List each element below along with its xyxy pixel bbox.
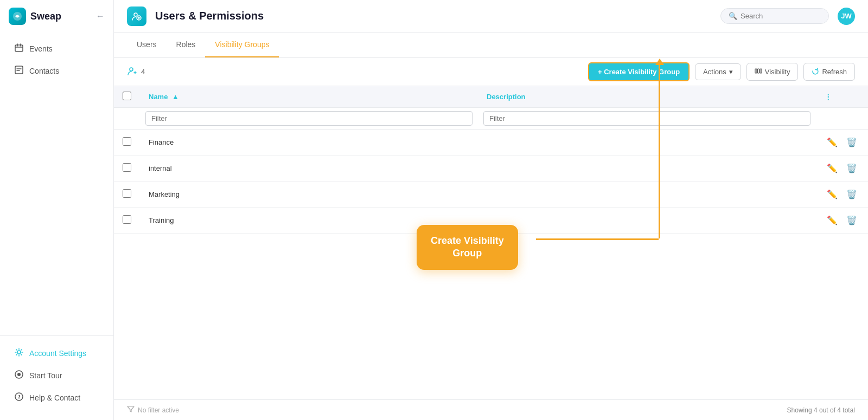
row-name: Training — [140, 208, 478, 234]
sidebar-collapse-button[interactable]: ← — [96, 11, 105, 21]
count-badge: 4 — [127, 66, 145, 79]
tab-roles[interactable]: Roles — [167, 33, 206, 57]
chevron-down-icon: ▾ — [729, 68, 733, 76]
columns-icon — [755, 67, 762, 76]
refresh-icon — [812, 67, 819, 76]
svg-point-3 — [17, 351, 21, 354]
page-icon — [127, 7, 146, 26]
data-table: Name ▲ Description ⋮ — [114, 86, 868, 399]
row-actions: ✏️ 🗑️ — [825, 188, 859, 201]
sidebar-item-events[interactable]: Events — [4, 38, 109, 59]
svg-rect-10 — [755, 69, 757, 73]
delete-button[interactable]: 🗑️ — [844, 136, 859, 148]
count-icon — [127, 66, 138, 79]
row-checkbox[interactable] — [123, 163, 131, 172]
sidebar: Sweap ← Events Contacts Account Settings — [0, 0, 114, 420]
row-actions: ✏️ 🗑️ — [825, 136, 859, 148]
description-column-header[interactable]: Description — [478, 86, 816, 108]
svg-point-7 — [134, 13, 137, 16]
sort-icon: ▲ — [172, 93, 179, 101]
row-description — [478, 208, 816, 234]
create-visibility-group-button[interactable]: + Create Visibility Group — [588, 62, 690, 81]
start-tour-label: Start Tour — [29, 371, 62, 380]
svg-point-5 — [17, 373, 21, 376]
table-row: internal ✏️ 🗑️ — [114, 156, 868, 182]
tab-visibility-groups[interactable]: Visibility Groups — [205, 33, 279, 57]
svg-rect-2 — [15, 66, 23, 74]
delete-button[interactable]: 🗑️ — [844, 188, 859, 201]
row-actions: ✏️ 🗑️ — [825, 214, 859, 227]
record-count: 4 — [141, 68, 145, 76]
svg-point-9 — [130, 68, 133, 71]
actions-button[interactable]: Actions ▾ — [695, 63, 741, 80]
row-name: internal — [140, 156, 478, 182]
showing-count: Showing 4 out of 4 total — [787, 406, 855, 414]
sidebar-item-label: Contacts — [29, 67, 59, 75]
row-name: Marketing — [140, 182, 478, 208]
table-row: Marketing ✏️ 🗑️ — [114, 182, 868, 208]
sidebar-item-label: Events — [29, 44, 53, 53]
delete-button[interactable]: 🗑️ — [844, 162, 859, 175]
sidebar-item-account-settings[interactable]: Account Settings — [4, 343, 109, 364]
filter-row — [114, 108, 868, 130]
page-title: Users & Permissions — [155, 10, 264, 22]
tab-users[interactable]: Users — [127, 33, 167, 57]
edit-button[interactable]: ✏️ — [825, 214, 840, 227]
search-icon: 🔍 — [729, 12, 737, 20]
actions-column-header: ⋮ — [816, 86, 868, 108]
events-icon — [14, 43, 24, 54]
select-all-checkbox[interactable] — [123, 92, 131, 100]
tabs-bar: Users Roles Visibility Groups — [114, 33, 868, 58]
svg-rect-11 — [757, 69, 759, 73]
topbar: Users & Permissions 🔍 JW — [114, 0, 868, 33]
row-description — [478, 130, 816, 156]
svg-rect-1 — [15, 45, 23, 51]
main-content: Users & Permissions 🔍 JW Users Roles Vis… — [114, 0, 868, 420]
row-checkbox[interactable] — [123, 215, 131, 224]
edit-button[interactable]: ✏️ — [825, 162, 840, 175]
no-filter-indicator: No filter active — [127, 405, 179, 415]
name-filter-input[interactable] — [145, 111, 473, 126]
row-checkbox[interactable] — [123, 189, 131, 198]
row-description — [478, 182, 816, 208]
search-input[interactable] — [741, 12, 821, 20]
settings-icon — [14, 348, 24, 358]
edit-button[interactable]: ✏️ — [825, 188, 840, 201]
table-footer: No filter active Showing 4 out of 4 tota… — [114, 399, 868, 420]
row-actions: ✏️ 🗑️ — [825, 162, 859, 175]
content-area: 4 + Create Visibility Group Actions ▾ Vi… — [114, 58, 868, 420]
svg-rect-12 — [760, 69, 762, 73]
sidebar-nav: Events Contacts — [0, 33, 113, 335]
visibility-button[interactable]: Visibility — [746, 63, 799, 81]
name-column-header[interactable]: Name ▲ — [140, 86, 478, 108]
logo-icon — [9, 8, 26, 25]
row-description — [478, 156, 816, 182]
contacts-icon — [14, 66, 24, 76]
row-checkbox[interactable] — [123, 137, 131, 146]
help-contact-label: Help & Contact — [29, 393, 80, 402]
user-avatar: JW — [838, 8, 855, 25]
start-tour-icon — [14, 370, 24, 380]
search-box[interactable]: 🔍 — [720, 8, 829, 24]
account-settings-label: Account Settings — [29, 349, 86, 358]
column-settings-icon[interactable]: ⋮ — [825, 93, 832, 101]
description-filter-input[interactable] — [483, 111, 810, 126]
logo-area: Sweap ← — [0, 0, 113, 33]
refresh-button[interactable]: Refresh — [803, 63, 855, 81]
help-icon — [14, 392, 24, 403]
table-toolbar: 4 + Create Visibility Group Actions ▾ Vi… — [114, 58, 868, 86]
logo-text: Sweap — [30, 11, 61, 22]
table-row: Training ✏️ 🗑️ — [114, 208, 868, 234]
delete-button[interactable]: 🗑️ — [844, 214, 859, 227]
sidebar-item-contacts[interactable]: Contacts — [4, 60, 109, 81]
select-all-header — [114, 86, 140, 108]
sidebar-item-start-tour[interactable]: Start Tour — [4, 365, 109, 386]
row-name: Finance — [140, 130, 478, 156]
sidebar-item-help-contact[interactable]: Help & Contact — [4, 387, 109, 408]
filter-icon — [127, 405, 135, 415]
sidebar-bottom: Account Settings Start Tour Help & Conta… — [0, 335, 113, 420]
table-row: Finance ✏️ 🗑️ — [114, 130, 868, 156]
edit-button[interactable]: ✏️ — [825, 136, 840, 148]
